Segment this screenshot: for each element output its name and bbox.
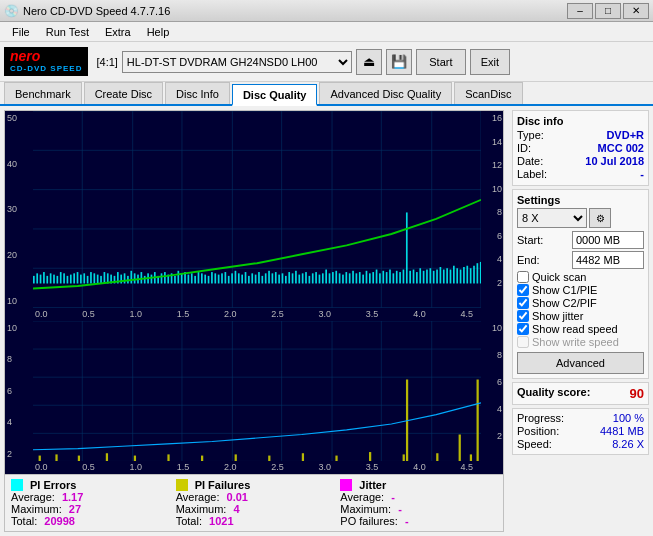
exit-button[interactable]: Exit (470, 49, 510, 75)
svg-rect-23 (57, 276, 59, 284)
svg-rect-68 (208, 276, 210, 284)
svg-rect-66 (201, 273, 203, 283)
svg-rect-99 (312, 273, 314, 283)
menu-help[interactable]: Help (139, 24, 178, 40)
titlebar-controls[interactable]: – □ ✕ (567, 3, 649, 19)
svg-rect-167 (78, 455, 80, 461)
drive-select[interactable]: HL-DT-ST DVDRAM GH24NSD0 LH00 (122, 51, 352, 73)
svg-rect-87 (272, 273, 274, 283)
menu-file[interactable]: File (4, 24, 38, 40)
settings-icon-btn[interactable]: ⚙ (589, 208, 611, 228)
svg-rect-43 (124, 273, 126, 283)
pi-failures-total: Total: 1021 (176, 515, 333, 527)
start-field[interactable] (572, 231, 644, 249)
svg-rect-145 (466, 266, 468, 284)
chart2-x-35: 3.5 (366, 462, 379, 472)
svg-rect-113 (359, 272, 361, 283)
minimize-button[interactable]: – (567, 3, 593, 19)
svg-rect-85 (265, 273, 267, 283)
svg-rect-176 (369, 452, 371, 461)
svg-rect-98 (309, 276, 311, 284)
pi-errors-stats: PI Errors Average: 1.17 Maximum: 27 Tota… (11, 479, 168, 527)
speed-row: Speed: 8.26 X (517, 438, 644, 450)
chart1-x-4: 4.0 (413, 309, 426, 319)
chart1-x-35: 3.5 (366, 309, 379, 319)
svg-rect-139 (446, 268, 448, 283)
svg-rect-94 (295, 271, 297, 284)
jitter-stats: Jitter Average: - Maximum: - PO failures… (340, 479, 497, 527)
svg-rect-103 (325, 270, 327, 284)
tab-benchmark[interactable]: Benchmark (4, 82, 82, 104)
titlebar: 💿 Nero CD-DVD Speed 4.7.7.16 – □ ✕ (0, 0, 653, 22)
menu-runtest[interactable]: Run Test (38, 24, 97, 40)
svg-rect-112 (356, 273, 358, 283)
tab-scandisc[interactable]: ScanDisc (454, 82, 522, 104)
svg-rect-126 (403, 270, 405, 284)
svg-rect-136 (436, 270, 438, 284)
chart1-yr-10: 10 (482, 184, 502, 194)
chart2-yr-2: 2 (482, 431, 502, 441)
svg-rect-131 (419, 268, 421, 283)
end-field-row: End: (517, 251, 644, 269)
pi-errors-title: PI Errors (11, 479, 168, 491)
end-field[interactable] (572, 251, 644, 269)
chart1-yr-2: 2 (482, 278, 502, 288)
show-c1pie-row: Show C1/PIE (517, 284, 644, 296)
disc-info-panel: Disc info Type: DVD+R ID: MCC 002 Date: … (512, 110, 649, 186)
stats-area: PI Errors Average: 1.17 Maximum: 27 Tota… (5, 474, 503, 531)
show-jitter-checkbox[interactable] (517, 310, 529, 322)
show-write-speed-checkbox[interactable] (517, 336, 529, 348)
svg-rect-79 (245, 272, 247, 283)
chart1-x-2: 2.0 (224, 309, 237, 319)
svg-rect-62 (188, 275, 190, 284)
maximize-button[interactable]: □ (595, 3, 621, 19)
chart2-y-10: 10 (7, 323, 33, 333)
start-button[interactable]: Start (416, 49, 466, 75)
svg-rect-106 (335, 271, 337, 284)
eject-button[interactable]: ⏏ (356, 49, 382, 75)
svg-rect-175 (335, 455, 337, 461)
chart2-y-4: 4 (7, 417, 33, 427)
show-c2pif-checkbox[interactable] (517, 297, 529, 309)
chart1-x-05: 0.5 (82, 309, 95, 319)
svg-rect-28 (73, 273, 75, 283)
close-button[interactable]: ✕ (623, 3, 649, 19)
tab-disc-quality[interactable]: Disc Quality (232, 84, 318, 106)
svg-rect-121 (386, 272, 388, 283)
position-row: Position: 4481 MB (517, 425, 644, 437)
svg-rect-169 (134, 455, 136, 461)
svg-rect-22 (53, 275, 55, 284)
svg-rect-173 (268, 455, 270, 461)
tab-create-disc[interactable]: Create Disc (84, 82, 163, 104)
tab-disc-info[interactable]: Disc Info (165, 82, 230, 104)
svg-rect-89 (278, 275, 280, 284)
svg-rect-80 (248, 276, 250, 284)
svg-rect-63 (191, 273, 193, 283)
svg-rect-170 (167, 454, 169, 461)
chart1-x-15: 1.5 (177, 309, 190, 319)
chart1-x-45: 4.5 (460, 309, 473, 319)
chart1-y-40: 40 (7, 159, 33, 169)
save-button[interactable]: 💾 (386, 49, 412, 75)
chart2-x-3: 3.0 (319, 462, 332, 472)
chart2-yr-6: 6 (482, 377, 502, 387)
speed-select[interactable]: 8 X 4 X 2 X MAX (517, 208, 587, 228)
svg-rect-93 (292, 273, 294, 283)
show-read-speed-checkbox[interactable] (517, 323, 529, 335)
svg-rect-109 (345, 272, 347, 283)
app-icon: 💿 (4, 4, 19, 18)
tab-advanced-disc-quality[interactable]: Advanced Disc Quality (319, 82, 452, 104)
disc-label-row: Label: - (517, 168, 644, 180)
quick-scan-checkbox[interactable] (517, 271, 529, 283)
advanced-button[interactable]: Advanced (517, 352, 644, 374)
svg-rect-90 (282, 273, 284, 283)
svg-rect-25 (63, 273, 65, 283)
svg-rect-142 (456, 268, 458, 283)
svg-rect-33 (90, 272, 92, 283)
progress-value: 100 % (613, 412, 644, 424)
menu-extra[interactable]: Extra (97, 24, 139, 40)
show-c1pie-checkbox[interactable] (517, 284, 529, 296)
svg-rect-133 (426, 270, 428, 284)
svg-rect-118 (376, 270, 378, 284)
disc-date-row: Date: 10 Jul 2018 (517, 155, 644, 167)
